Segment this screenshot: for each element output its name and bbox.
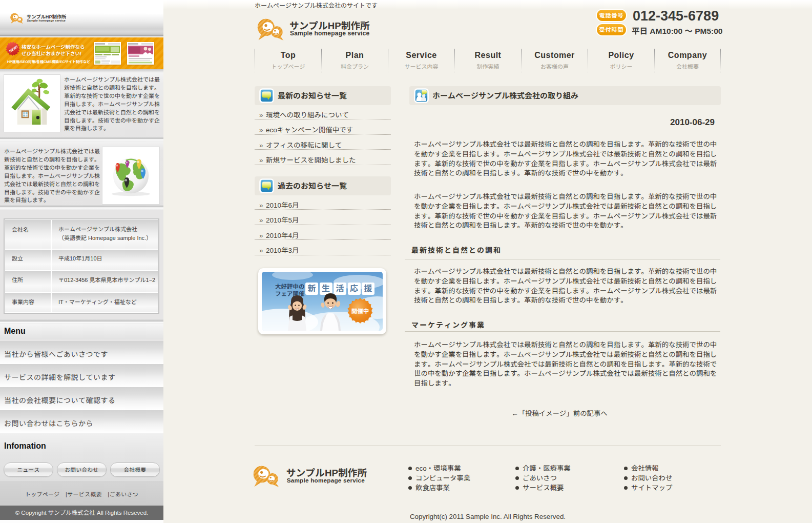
svg-text:開催中: 開催中 <box>351 308 369 314</box>
